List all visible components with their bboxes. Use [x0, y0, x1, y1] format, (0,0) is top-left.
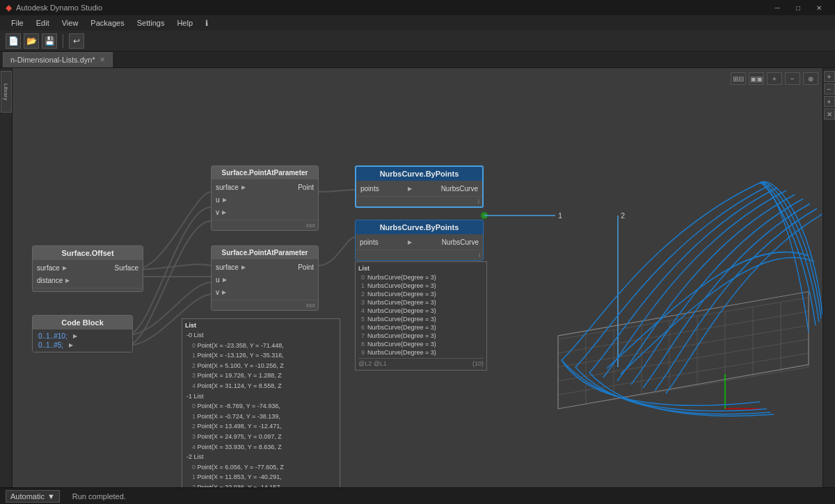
- port-label: u: [216, 196, 220, 204]
- surface-offset-footer: [33, 288, 143, 291]
- menu-file[interactable]: File: [6, 17, 29, 29]
- port-arrow: ▶: [241, 264, 246, 270]
- p0-1: 1 Point(X = -13.126, Y = -35.316,: [185, 350, 337, 361]
- code-block-node[interactable]: Code Block 0..1..#10; ▶ 0..1..#5; ▶: [32, 315, 133, 352]
- menu-help[interactable]: Help: [171, 17, 198, 29]
- port-u2[interactable]: u ▶: [212, 273, 318, 286]
- menubar: File Edit View Packages Settings Help ℹ: [0, 15, 835, 31]
- zoom-fit-right-button[interactable]: +: [824, 96, 835, 107]
- undo-button[interactable]: ↩: [69, 33, 84, 49]
- p1-3: 3 Point(X = 24.975, Y = 0.097, Z: [185, 432, 337, 442]
- nurbs-list-footer-left: @L2 @L1: [358, 360, 387, 367]
- tabbar: n-Dimensional-Lists.dyn* ✕: [0, 51, 835, 68]
- port-label: surface: [216, 184, 239, 191]
- port-arrow: ▶: [241, 184, 246, 190]
- port-label: points: [360, 185, 379, 193]
- sublist-1-header: -1 List: [185, 391, 337, 402]
- zoom-out-button[interactable]: −: [824, 83, 835, 95]
- code-block-header: Code Block: [33, 316, 132, 330]
- port-label: u: [216, 276, 220, 284]
- titlebar: ◆ Autodesk Dynamo Studio ─ □ ✕: [0, 0, 835, 15]
- code-line1: 0..1..#10;: [38, 332, 67, 340]
- surface-offset-body: surface ▶ Surface distance ▶: [33, 260, 143, 288]
- port-surface2[interactable]: surface ▶ Point: [212, 261, 318, 273]
- code-line2: 0..1..#5;: [38, 341, 63, 349]
- port-v[interactable]: v ▶: [212, 206, 318, 218]
- svg-line-8: [558, 339, 809, 381]
- points-list-header: List: [185, 322, 337, 329]
- open-button[interactable]: 📂: [24, 33, 39, 49]
- tab-main[interactable]: n-Dimensional-Lists.dyn* ✕: [3, 52, 113, 67]
- menu-settings[interactable]: Settings: [132, 17, 170, 29]
- run-mode-dropdown[interactable]: Automatic ▼: [6, 490, 60, 503]
- sidebar: Library: [0, 68, 13, 487]
- titlebar-controls[interactable]: ─ □ ✕: [767, 0, 829, 15]
- titlebar-left: ◆ Autodesk Dynamo Studio: [6, 3, 102, 13]
- port-u[interactable]: u ▶: [212, 193, 318, 206]
- svg-line-5: [558, 298, 809, 339]
- code-block-body: 0..1..#10; ▶ 0..1..#5; ▶: [33, 330, 132, 352]
- app-title: Autodesk Dynamo Studio: [16, 3, 102, 12]
- port-arrow: ▶: [408, 186, 412, 192]
- port-surface[interactable]: surface ▶ Point: [212, 181, 318, 193]
- new-button[interactable]: 📄: [6, 33, 21, 49]
- run-mode-arrow: ▼: [47, 492, 55, 501]
- save-button[interactable]: 💾: [42, 33, 57, 49]
- menu-info[interactable]: ℹ: [200, 17, 214, 29]
- menu-packages[interactable]: Packages: [85, 17, 129, 29]
- surface-offset-port-surface[interactable]: surface ▶ Surface: [33, 261, 143, 274]
- p1-0: 0 Point(X = -8.769, Y = -74.936,: [185, 401, 337, 412]
- port-label: surface: [216, 263, 239, 271]
- port-output-label: Surface: [115, 264, 138, 272]
- p0-3: 3 Point(X = 19.726, Y = 1.288, Z: [185, 371, 337, 381]
- library-button[interactable]: Library: [1, 71, 12, 113]
- zoom-in-button[interactable]: +: [824, 71, 835, 82]
- port-arrow: ▶: [223, 277, 227, 283]
- p2-1: 1 Point(X = 11.853, Y = -40.291,: [185, 472, 337, 482]
- port-label: surface: [37, 264, 60, 272]
- toolbar-separator: [63, 34, 63, 48]
- close-button[interactable]: ✕: [809, 0, 829, 15]
- port-arrow: ▶: [63, 265, 67, 271]
- library-label: Library: [3, 83, 9, 100]
- port-arrow: ▶: [65, 277, 70, 284]
- surface-point2-body: surface ▶ Point u ▶ v ▶: [212, 259, 318, 300]
- port-output2: Point: [298, 263, 314, 271]
- canvas[interactable]: 1 2 ⊞⊟ ▣▣ + − ⊕ Surface.Offset surface ▶…: [13, 68, 822, 487]
- surface-offset-node[interactable]: Surface.Offset surface ▶ Surface distanc…: [32, 245, 143, 292]
- run-mode-label: Automatic: [10, 492, 45, 501]
- maximize-button[interactable]: □: [788, 0, 809, 15]
- surface-point2-footer: xxx: [212, 300, 318, 310]
- port-arrow: ▶: [223, 197, 227, 203]
- surface-point1-body: surface ▶ Point u ▶ v ▶: [212, 179, 318, 220]
- svg-line-10: [558, 367, 809, 409]
- main-area: Library 1 2: [0, 68, 835, 487]
- port-output: Point: [298, 184, 314, 191]
- surface-point1-node[interactable]: Surface.PointAtParameter surface ▶ Point…: [211, 165, 319, 231]
- reset-view-button[interactable]: ✕: [824, 108, 835, 120]
- statusbar: Automatic ▼ Run completed.: [0, 487, 835, 504]
- port-label: v: [216, 209, 219, 216]
- sublist-0-header: -0 List: [185, 330, 337, 341]
- p1-2: 2 Point(X = 13.498, Y = -12.471,: [185, 421, 337, 432]
- tab-close-button[interactable]: ✕: [100, 56, 105, 63]
- points-list-popup: List -0 List 0 Point(X = -23.358, Y = -7…: [182, 318, 340, 487]
- surface-offset-header: Surface.Offset: [33, 246, 143, 260]
- port-arrow: ▶: [222, 289, 226, 295]
- p0-4: 4 Point(X = 31.124, Y = 8.558, Z: [185, 381, 337, 391]
- menu-view[interactable]: View: [56, 17, 84, 29]
- svg-line-7: [558, 325, 809, 367]
- port-v2[interactable]: v ▶: [212, 286, 318, 298]
- p1-4: 4 Point(X = 33.930, Y = 8.636, Z: [185, 442, 337, 453]
- toolbar: 📄 📂 💾 ↩: [0, 31, 835, 51]
- status-text: Run completed.: [72, 492, 126, 501]
- app-icon: ◆: [6, 3, 12, 13]
- menu-edit[interactable]: Edit: [31, 17, 55, 29]
- surface-offset-port-distance[interactable]: distance ▶: [33, 274, 143, 286]
- p2-0: 0 Point(X = 6.056, Y = -77.605, Z: [185, 462, 337, 473]
- minimize-button[interactable]: ─: [767, 0, 788, 15]
- svg-line-6: [558, 311, 809, 353]
- port-arrow: ▶: [222, 209, 226, 216]
- surface-point2-node[interactable]: Surface.PointAtParameter surface ▶ Point…: [211, 245, 319, 311]
- surface-point1-header: Surface.PointAtParameter: [212, 166, 318, 179]
